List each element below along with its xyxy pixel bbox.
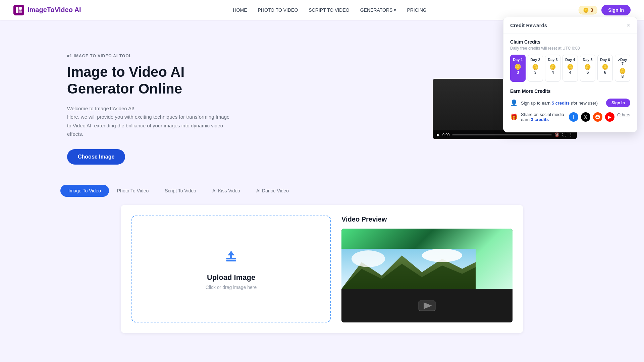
day-label-2: Day 2 — [530, 58, 541, 62]
day-coin-5: 🪙 — [582, 64, 593, 70]
facebook-icon[interactable]: f — [569, 112, 578, 122]
nav-generators[interactable]: GENERATORS ▾ — [360, 7, 396, 13]
claim-title: Claim Credits — [510, 39, 630, 45]
day-coin-7: 🪙 — [617, 68, 628, 74]
upload-area[interactable]: Upload Image Click or drag image here — [131, 216, 331, 322]
video-progress-bar[interactable] — [452, 134, 552, 135]
hero-tag: #1 IMAGE TO VIDEO AI TOOL — [67, 54, 235, 58]
day-label-4: Day 4 — [565, 58, 576, 62]
preview-area: Video Preview — [341, 216, 513, 322]
day-label-5: Day 5 — [582, 58, 593, 62]
preview-image-bottom — [341, 289, 513, 322]
svg-rect-1 — [19, 7, 22, 10]
day-card-6[interactable]: Day 6 🪙 6 — [597, 55, 613, 82]
content-area: Upload Image Click or drag image here Vi… — [121, 205, 523, 333]
coin-icon: 🪙 — [583, 7, 589, 13]
day-label-6: Day 6 — [600, 58, 610, 62]
svg-rect-3 — [226, 258, 236, 259]
fullscreen-icon[interactable]: ⛶ — [562, 132, 566, 137]
svg-point-9 — [422, 249, 462, 262]
reddit-icon[interactable] — [593, 112, 602, 122]
choose-image-button[interactable]: Choose Image — [67, 149, 125, 165]
day-coin-3: 🪙 — [547, 64, 558, 70]
day-count-6: 6 — [600, 70, 610, 75]
gift-icon: 🎁 — [510, 113, 518, 121]
hero-content: #1 IMAGE TO VIDEO AI TOOL Image to Video… — [67, 54, 235, 165]
mute-icon[interactable]: 🔇 — [554, 132, 559, 137]
logo-text: ImageToVideo AI — [28, 6, 81, 14]
social-icons: f 𝕏 ▶ Others — [569, 112, 630, 122]
hero-title: Image to Video AI Generator Online — [67, 64, 235, 98]
earn-share-text: Share on social media earn 3 credits — [521, 112, 566, 122]
day-label-3: Day 3 — [547, 58, 558, 62]
earn-signup-text: Sign up to earn 5 credits (for new user) — [521, 101, 603, 106]
logo[interactable]: ImageToVideo AI — [13, 5, 81, 15]
youtube-icon[interactable]: ▶ — [605, 112, 614, 122]
credits-count: 3 — [591, 7, 593, 13]
day-card-2[interactable]: Day 2 🪙 3 — [528, 55, 543, 82]
day-card-1[interactable]: Day 1 🪙 3 — [510, 55, 526, 82]
day-card-5[interactable]: Day 5 🪙 6 — [580, 55, 595, 82]
day-card-7[interactable]: >Day 7 🪙 8 — [615, 55, 630, 82]
day-label-7: >Day 7 — [617, 58, 628, 66]
earn-title: Earn More Credits — [510, 88, 630, 94]
logo-icon — [13, 5, 24, 15]
tabs-section: Image To Video Photo To Video Script To … — [0, 185, 644, 347]
preview-title: Video Preview — [341, 216, 513, 223]
claim-subtitle: Daily free credits will reset at UTC 0:0… — [510, 46, 630, 51]
day-count-1: 3 — [513, 70, 523, 75]
day-count-7: 8 — [617, 74, 628, 79]
day-coin-4: 🪙 — [565, 64, 576, 70]
sign-in-button[interactable]: Sign In — [601, 5, 631, 15]
day-card-4[interactable]: Day 4 🪙 4 — [562, 55, 578, 82]
nav-photo-to-video[interactable]: PHOTO TO VIDEO — [258, 7, 298, 13]
tab-image-to-video[interactable]: Image To Video — [60, 185, 109, 197]
preview-image — [341, 229, 513, 322]
nav-home[interactable]: HOME — [233, 7, 247, 13]
chevron-down-icon: ▾ — [394, 7, 396, 13]
credits-badge[interactable]: 🪙 3 — [579, 6, 598, 14]
user-icon: 👤 — [510, 99, 518, 107]
day-count-3: 4 — [547, 70, 558, 75]
play-icon[interactable]: ▶ — [437, 132, 440, 137]
day-count-4: 4 — [565, 70, 576, 75]
others-link[interactable]: Others — [617, 112, 630, 122]
twitter-icon[interactable]: 𝕏 — [581, 112, 590, 122]
more-icon[interactable]: ⋮ — [569, 132, 573, 137]
upload-hint: Click or drag image here — [206, 285, 257, 290]
popup-header: Credit Rewards × — [503, 17, 637, 34]
tab-ai-kiss-video[interactable]: AI Kiss Video — [204, 185, 248, 197]
day-card-3[interactable]: Day 3 🪙 4 — [545, 55, 560, 82]
tab-photo-to-video[interactable]: Photo To Video — [109, 185, 157, 197]
upload-icon — [223, 248, 239, 268]
tab-ai-dance-video[interactable]: AI Dance Video — [248, 185, 297, 197]
tab-script-to-video[interactable]: Script To Video — [157, 185, 204, 197]
preview-image-top — [341, 229, 513, 289]
svg-rect-2 — [19, 10, 22, 13]
svg-rect-4 — [226, 260, 236, 261]
days-grid: Day 1 🪙 3 Day 2 🪙 3 Day 3 🪙 4 Day 4 🪙 4 … — [510, 55, 630, 82]
earn-sign-in-button[interactable]: Sign In — [606, 99, 630, 107]
credit-rewards-popup: Credit Rewards × Claim Credits Daily fre… — [503, 17, 637, 132]
day-label-1: Day 1 — [513, 58, 523, 62]
hero-desc: Welcome to ImageToVideo AI! Here, we wil… — [67, 104, 235, 138]
tabs-container: Image To Video Photo To Video Script To … — [60, 185, 584, 197]
popup-title: Credit Rewards — [510, 22, 547, 28]
day-count-2: 3 — [530, 70, 541, 75]
nav-pricing[interactable]: PRICING — [407, 7, 426, 13]
earn-share-row: 🎁 Share on social media earn 3 credits f… — [510, 112, 630, 122]
nav-script-to-video[interactable]: SCRIPT TO VIDEO — [309, 7, 349, 13]
close-icon[interactable]: × — [627, 22, 630, 29]
nav-links: HOME PHOTO TO VIDEO SCRIPT TO VIDEO GENE… — [233, 7, 426, 13]
video-time: 0:00 — [442, 133, 449, 137]
svg-point-8 — [352, 250, 385, 267]
nav-right: 🪙 3 Sign In — [579, 5, 631, 15]
day-count-5: 6 — [582, 70, 593, 75]
day-coin-1: 🪙 — [513, 64, 523, 70]
popup-body: Claim Credits Daily free credits will re… — [503, 34, 637, 132]
earn-signup-row: 👤 Sign up to earn 5 credits (for new use… — [510, 99, 630, 107]
svg-rect-0 — [16, 7, 18, 13]
upload-title: Upload Image — [207, 273, 255, 282]
day-coin-2: 🪙 — [530, 64, 541, 70]
day-coin-6: 🪙 — [600, 64, 610, 70]
